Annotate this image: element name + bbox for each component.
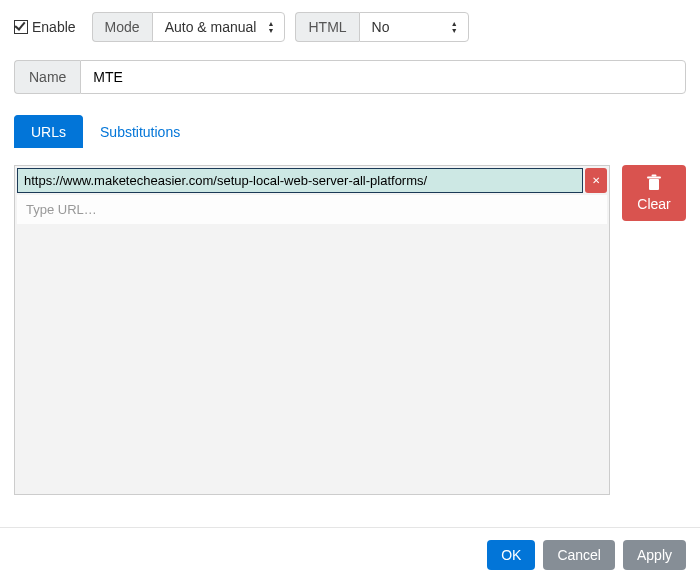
name-label: Name xyxy=(14,60,80,94)
url-row: ✕ xyxy=(15,166,609,193)
mode-label: Mode xyxy=(92,12,152,42)
check-icon xyxy=(14,20,28,34)
html-select[interactable]: No xyxy=(359,12,469,42)
html-value: No xyxy=(372,19,390,35)
dialog-footer: OK Cancel Apply xyxy=(0,527,700,582)
url-input-empty[interactable]: Type URL… xyxy=(17,195,607,224)
apply-button[interactable]: Apply xyxy=(623,540,686,570)
html-label: HTML xyxy=(295,12,358,42)
enable-label: Enable xyxy=(32,19,76,35)
svg-rect-2 xyxy=(652,175,657,177)
html-group: HTML No xyxy=(295,12,468,42)
clear-button[interactable]: Clear xyxy=(622,165,686,221)
mode-value: Auto & manual xyxy=(165,19,257,35)
svg-rect-0 xyxy=(649,179,659,190)
chevron-updown-icon xyxy=(268,20,275,34)
url-input[interactable] xyxy=(17,168,583,193)
mode-select[interactable]: Auto & manual xyxy=(152,12,286,42)
name-input[interactable] xyxy=(80,60,686,94)
enable-checkbox[interactable]: Enable xyxy=(14,19,76,35)
delete-url-button[interactable]: ✕ xyxy=(585,168,607,193)
tab-urls[interactable]: URLs xyxy=(14,115,83,148)
ok-button[interactable]: OK xyxy=(487,540,535,570)
url-list-panel: ✕ Type URL… xyxy=(14,165,610,495)
close-icon: ✕ xyxy=(592,175,600,186)
clear-label: Clear xyxy=(637,196,670,212)
cancel-button[interactable]: Cancel xyxy=(543,540,615,570)
mode-group: Mode Auto & manual xyxy=(92,12,286,42)
chevron-updown-icon xyxy=(451,20,458,34)
tab-substitutions[interactable]: Substitutions xyxy=(83,115,197,148)
trash-icon xyxy=(646,174,662,192)
svg-rect-1 xyxy=(647,177,661,179)
